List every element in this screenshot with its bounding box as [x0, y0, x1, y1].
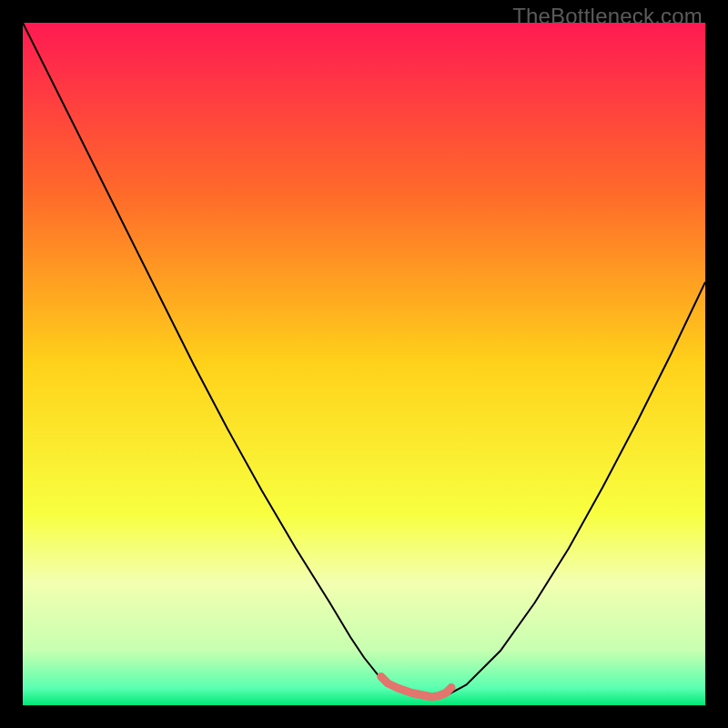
- chart-frame: TheBottleneck.com: [0, 0, 728, 728]
- chart-background: [23, 23, 705, 705]
- chart-plot: [23, 23, 705, 705]
